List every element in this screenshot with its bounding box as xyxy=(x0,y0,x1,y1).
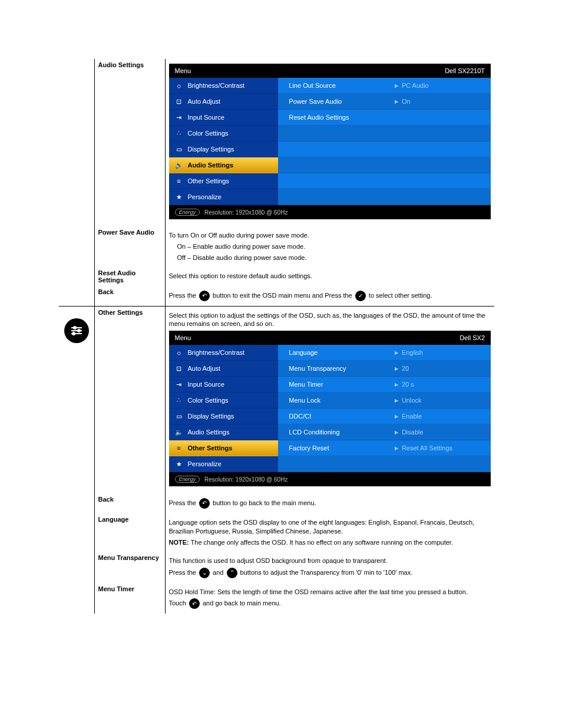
osd-model: Dell SX2210T xyxy=(445,67,485,74)
osd-left-label: Display Settings xyxy=(188,146,234,153)
osd-left-label: Audio Settings xyxy=(188,429,230,436)
osd-left-item[interactable]: 🔈Audio Settings xyxy=(169,157,279,173)
osd-option-value: English xyxy=(395,349,486,356)
other-settings-icon: ≡ xyxy=(174,177,184,185)
osd-option-label: Language xyxy=(283,349,395,356)
auto-adjust-icon: ⊡ xyxy=(174,98,184,106)
osd-left-label: Auto Adjust xyxy=(188,98,221,105)
brightness-contrast-icon: ☼ xyxy=(174,82,184,89)
osd-option-value: Enable xyxy=(395,413,486,420)
power-save-on: On – Enable audio during power save mode… xyxy=(177,242,491,251)
osd-left-item[interactable]: ≡Other Settings xyxy=(169,173,279,189)
svg-point-5 xyxy=(72,332,75,335)
sliders-icon xyxy=(64,318,89,343)
input-source-icon: ⇥ xyxy=(174,114,184,121)
osd-left-label: Personalize xyxy=(188,193,222,200)
osd-left-item[interactable]: ☼Brightness/Contrast xyxy=(169,345,279,361)
personalize-icon: ★ xyxy=(174,193,184,201)
osd-option-label: Menu Transparency xyxy=(283,365,395,372)
audio-settings-icon: 🔈 xyxy=(174,162,184,169)
down-icon[interactable]: ⌄ xyxy=(199,568,210,578)
energy-badge: Energy xyxy=(175,209,200,216)
osd-left-item[interactable]: ⇥Input Source xyxy=(169,377,279,393)
brightness-contrast-icon: ☼ xyxy=(174,349,184,356)
osd-model: Dell SX2 xyxy=(459,334,485,341)
energy-badge: Energy xyxy=(175,476,200,483)
osd-option-row[interactable]: LCD ConditioningDisable xyxy=(278,424,491,440)
osd-option-row[interactable]: Factory ResetReset All Settings xyxy=(278,440,491,456)
osd-option-label: DDC/CI xyxy=(283,413,395,420)
osd-option-label: Factory Reset xyxy=(283,444,395,452)
osd-resolution: Resolution: 1920x1080 @ 60Hz xyxy=(204,209,287,216)
reset-audio-desc: Select this option to restore default au… xyxy=(169,272,491,281)
osd-left-item[interactable]: ★Personalize xyxy=(169,189,279,205)
osd-left-label: Other Settings xyxy=(188,177,229,185)
osd-option-row[interactable]: DDC/CIEnable xyxy=(278,409,491,424)
osd-left-item[interactable]: ▭Display Settings xyxy=(169,409,279,424)
osd-option-value: PC Audio xyxy=(395,82,486,89)
display-settings-icon: ▭ xyxy=(174,413,184,420)
osd-option-label: LCD Conditioning xyxy=(283,429,395,436)
up-icon[interactable]: ⌃ xyxy=(227,568,237,578)
osd-option-row[interactable]: Menu Transparency20 xyxy=(278,361,491,377)
osd-left-item[interactable]: ★Personalize xyxy=(169,456,279,472)
osd-option-value: 20 xyxy=(395,365,486,372)
auto-adjust-icon: ⊡ xyxy=(174,365,184,373)
osd-option-value: 20 s xyxy=(395,381,486,388)
color-settings-icon: ∴ xyxy=(174,130,184,137)
power-save-audio-desc: To turn On or Off audio during power sav… xyxy=(169,231,491,240)
osd-option-label: Power Save Audio xyxy=(283,98,395,105)
audio-settings-row-label: Audio Settings xyxy=(98,61,144,68)
other-settings-icon: ≡ xyxy=(174,444,184,452)
osd-left-item[interactable]: ▭Display Settings xyxy=(169,141,279,157)
osd-title: Menu xyxy=(175,334,191,341)
osd-left-label: Personalize xyxy=(188,460,222,467)
color-settings-icon: ∴ xyxy=(174,397,184,404)
display-settings-icon: ▭ xyxy=(174,146,184,153)
osd-option-value: Reset All Settings xyxy=(395,444,486,452)
osd-left-item[interactable]: ⊡Auto Adjust xyxy=(169,94,279,110)
reset-audio-label: Reset Audio Settings xyxy=(98,269,136,284)
osd-left-label: Brightness/Contrast xyxy=(188,349,245,356)
osd-option-row[interactable]: Power Save AudioOn xyxy=(278,94,491,110)
osd-option-row[interactable]: Menu LockUnlock xyxy=(278,393,491,409)
osd-left-label: Input Source xyxy=(188,114,224,121)
back-icon[interactable]: ↶ xyxy=(189,598,200,609)
osd-option-value: Disable xyxy=(395,429,486,436)
back-icon[interactable]: ↶ xyxy=(199,291,210,301)
osd-left-label: Color Settings xyxy=(188,397,229,404)
osd-left-item[interactable]: ☼Brightness/Contrast xyxy=(169,78,279,94)
osd-left-item[interactable]: 🔈Audio Settings xyxy=(169,424,279,440)
osd-option-row[interactable]: Menu Timer20 s xyxy=(278,377,491,393)
language-note: The change only affects the OSD. It has … xyxy=(189,539,453,546)
osd-left-item[interactable]: ⊡Auto Adjust xyxy=(169,361,279,377)
osd-left-label: Other Settings xyxy=(188,444,233,452)
osd-left-label: Color Settings xyxy=(188,130,229,137)
osd-option-row[interactable]: Line Out SourcePC Audio xyxy=(278,78,491,94)
osd-option-label: Reset Audio Settings xyxy=(283,114,395,121)
osd-option-row[interactable]: Reset Audio Settings xyxy=(278,110,491,126)
osd-manual-table: Audio Settings Menu Dell SX2210T ☼Bright… xyxy=(59,59,494,614)
osd-left-label: Input Source xyxy=(188,381,224,388)
osd-option-row[interactable]: LanguageEnglish xyxy=(278,345,491,361)
osd-left-label: Auto Adjust xyxy=(188,365,221,372)
osd-left-item[interactable]: ≡Other Settings xyxy=(169,440,279,456)
menu-transparency-label: Menu Transparency xyxy=(98,554,159,561)
osd-option-value: On xyxy=(395,98,486,105)
input-source-icon: ⇥ xyxy=(174,381,184,388)
osd-left-item[interactable]: ∴Color Settings xyxy=(169,393,279,409)
back-icon[interactable]: ↶ xyxy=(199,498,210,509)
osd-left-item[interactable]: ∴Color Settings xyxy=(169,126,279,141)
osd-left-label: Audio Settings xyxy=(188,162,234,169)
power-save-audio-label: Power Save Audio xyxy=(98,229,155,236)
audio-settings-icon: 🔈 xyxy=(174,429,184,436)
svg-point-1 xyxy=(74,327,76,329)
language-label: Language xyxy=(98,516,129,523)
menu-transparency-desc1: This function is used to adjust OSD back… xyxy=(169,556,491,565)
osd-audio-settings: Menu Dell SX2210T ☼Brightness/Contrast⊡A… xyxy=(169,64,491,219)
osd-left-item[interactable]: ⇥Input Source xyxy=(169,110,279,126)
ok-icon[interactable]: ✓ xyxy=(355,291,366,301)
other-settings-label: Other Settings xyxy=(98,309,143,316)
language-desc: Language option sets the OSD display to … xyxy=(169,518,491,536)
osd-title: Menu xyxy=(175,67,191,74)
